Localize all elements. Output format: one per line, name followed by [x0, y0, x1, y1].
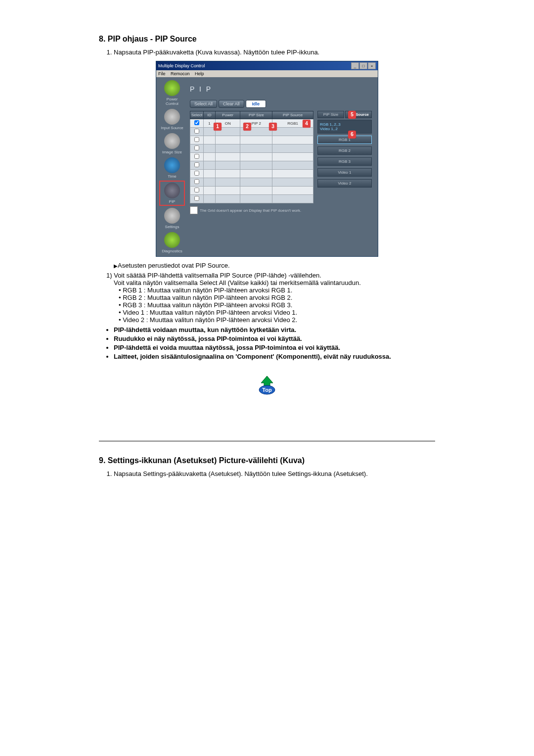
input-icon: [164, 109, 180, 125]
source-info-box: RGB 1,.2,.3Video 1,.2: [317, 120, 372, 134]
maximize-button[interactable]: □: [359, 62, 367, 69]
col-pipsize: PIP Size: [240, 111, 272, 119]
row-checkbox[interactable]: [194, 162, 199, 167]
col-select: Select: [190, 111, 204, 119]
window-buttons: _ □ ×: [351, 62, 376, 69]
sidebar-image-size[interactable]: Image Size: [160, 132, 184, 155]
panel-title: P I P: [190, 81, 372, 97]
minimize-button[interactable]: _: [351, 62, 359, 69]
marker-2: 2: [243, 123, 251, 131]
note-icon: [190, 206, 198, 214]
option-rgb2[interactable]: RGB 2: [317, 146, 372, 155]
sidebar-pip-label: PIP: [169, 199, 176, 204]
select-all-button[interactable]: Select All: [190, 100, 217, 108]
clear-all-button[interactable]: Clear All: [219, 100, 244, 108]
row-checkbox[interactable]: [194, 129, 199, 134]
sidebar-settings[interactable]: Settings: [160, 207, 184, 230]
marker-6: 6: [348, 131, 356, 139]
top-icon: Top: [257, 375, 277, 395]
li-rgb1: • RGB 1 : Muuttaa valitun näytön PIP-läh…: [119, 286, 435, 294]
table-row[interactable]: [190, 153, 313, 161]
sidebar-power-label: Power Control: [166, 97, 178, 106]
table-row[interactable]: [190, 178, 313, 187]
sidebar-pip[interactable]: PIP: [159, 181, 185, 206]
back-to-top[interactable]: Top: [99, 375, 435, 396]
li-rgb2: • RGB 2 : Muuttaa valitun näytön PIP-läh…: [119, 294, 435, 301]
li-rgb3: • RGB 3 : Muuttaa valitun näytön PIP-läh…: [119, 301, 435, 309]
desc-1b: Voit valita näytön valitsemalla Select A…: [106, 279, 435, 286]
li-video1: • Video 1 : Muuttaa valitun näytön PIP-l…: [119, 309, 435, 316]
sidebar-time[interactable]: Time: [160, 156, 184, 180]
table-row[interactable]: [190, 161, 313, 170]
section8-step1: Napsauta PIP-pääkuvaketta (Kuva kuvassa)…: [114, 48, 435, 56]
idle-indicator: Idle: [246, 100, 267, 108]
time-icon: [164, 157, 180, 173]
pip-icon: [164, 183, 180, 198]
sidebar-diagnostics[interactable]: Diagnostics: [160, 231, 184, 254]
display-grid: Select ID Power PIP Size PIP Source 1 ON: [190, 111, 313, 203]
sidebar-time-label: Time: [168, 174, 176, 179]
note2: Ruudukko ei näy näytössä, jossa PIP-toim…: [114, 335, 435, 342]
col-pipsource: PIP Source: [272, 111, 313, 119]
col-power: Power: [215, 111, 240, 119]
note4: Laitteet, joiden sisääntulosignaalina on…: [114, 353, 435, 360]
marker-4: 4: [303, 120, 311, 128]
section9-heading: 9. Settings-ikkunan (Asetukset) Picture-…: [99, 456, 435, 465]
option-rgb1[interactable]: RGB 1: [317, 136, 372, 144]
sidebar-input-label: Input Source: [161, 126, 183, 130]
table-row[interactable]: [190, 144, 313, 153]
svg-marker-0: [261, 376, 273, 386]
menu-help[interactable]: Help: [195, 71, 204, 76]
table-row[interactable]: [190, 195, 313, 203]
window-title: Multiple Display Control: [158, 63, 205, 68]
app-window: Multiple Display Control _ □ × File Remo…: [156, 61, 378, 257]
right-options-panel: PIP Size PIP Source RGB 1,.2,.3Video 1,.…: [317, 111, 372, 203]
marker-5: 5: [348, 111, 356, 119]
power-icon: [164, 80, 180, 96]
row-checkbox[interactable]: [194, 145, 199, 150]
sidebar-image-label: Image Size: [162, 150, 182, 154]
table-row[interactable]: [190, 170, 313, 178]
col-id: ID: [204, 111, 216, 119]
grid-footnote: The Grid doesn't appear on Display that …: [190, 203, 372, 217]
desc-1a: 1) Voit säätää PIP-lähdettä valitsemalla…: [106, 272, 435, 279]
footnote-text: The Grid doesn't appear on Display that …: [200, 208, 301, 213]
li-video2: • Video 2 : Muuttaa valitun näytön PIP-l…: [119, 316, 435, 324]
sidebar-input-source[interactable]: Input Source: [160, 108, 184, 131]
table-row[interactable]: [190, 187, 313, 195]
section-divider: [99, 441, 435, 441]
row-checkbox[interactable]: [194, 120, 199, 125]
diagnostics-icon: [164, 232, 180, 248]
row-checkbox[interactable]: [194, 188, 199, 192]
menu-file[interactable]: File: [158, 71, 166, 76]
main-pane: P I P Select All Clear All Idle Select I…: [186, 79, 376, 254]
menubar: File Remocon Help: [156, 70, 378, 77]
settings-icon: [164, 208, 180, 224]
svg-text:Top: Top: [262, 387, 272, 393]
row-checkbox[interactable]: [194, 154, 199, 159]
option-rgb3[interactable]: RGB 3: [317, 157, 372, 166]
table-row[interactable]: 1 ON PIP 2 RGB1: [190, 119, 313, 128]
close-button[interactable]: ×: [368, 62, 376, 69]
row-checkbox[interactable]: [194, 137, 199, 142]
sidebar: Power Control Input Source Image Size Ti…: [158, 79, 186, 254]
marker-3: 3: [269, 123, 277, 131]
option-video1[interactable]: Video 1: [317, 168, 372, 177]
sidebar-power-control[interactable]: Power Control: [160, 79, 184, 107]
note1: PIP-lähdettä voidaan muuttaa, kun näyttö…: [114, 326, 435, 333]
section8-heading: 8. PIP ohjaus - PIP Source: [99, 35, 435, 44]
row-checkbox[interactable]: [194, 171, 199, 176]
note3: PIP-lähdettä ei voida muuttaa näytössä, …: [114, 344, 435, 351]
tab-pip-size[interactable]: PIP Size: [317, 111, 344, 118]
sidebar-diag-label: Diagnostics: [162, 249, 182, 253]
titlebar: Multiple Display Control _ □ ×: [156, 61, 378, 70]
sidebar-settings-label: Settings: [165, 225, 179, 229]
marker-1: 1: [214, 123, 222, 131]
table-row[interactable]: [190, 136, 313, 144]
table-row[interactable]: [190, 128, 313, 136]
option-video2[interactable]: Video 2: [317, 179, 372, 188]
row-checkbox[interactable]: [194, 196, 199, 201]
menu-remocon[interactable]: Remocon: [171, 71, 190, 76]
row-checkbox[interactable]: [194, 179, 199, 184]
image-icon: [164, 133, 180, 149]
